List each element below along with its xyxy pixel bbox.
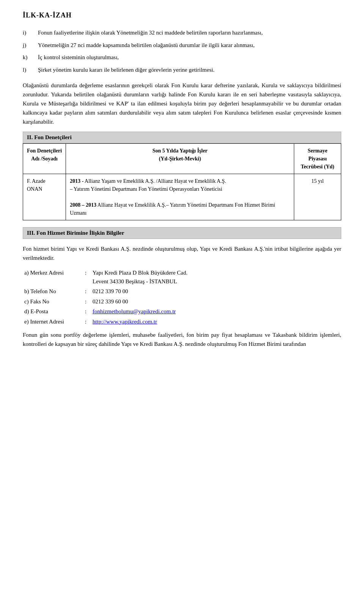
address-colon-d: : bbox=[83, 306, 91, 317]
col2-header: Son 5 Yılda Yaptığı İşler(Yıl-Şirket-Mev… bbox=[66, 144, 294, 174]
list-item-i: i) Fonun faaliyetlerine ilişkin olarak Y… bbox=[23, 28, 341, 37]
list-text-k: İç kontrol sisteminin oluşturulması, bbox=[38, 53, 119, 62]
address-row-b: b) Telefon No : 0212 339 70 00 bbox=[23, 286, 341, 297]
section2-header: II. Fon Denetçileri bbox=[23, 132, 341, 143]
list-label-l: l) bbox=[23, 66, 38, 74]
address-table: a) Merkez Adresi : Yapı Kredi Plaza D Bl… bbox=[23, 268, 341, 327]
address-label-a: a) Merkez Adresi bbox=[23, 268, 83, 286]
list-label-i: i) bbox=[23, 28, 38, 37]
list-text-j: Yönetmeliğin 27 nci madde kapsamında bel… bbox=[38, 41, 255, 50]
col1-header: Fon DenetçileriAdı /Soyadı bbox=[23, 144, 66, 174]
section3-header: III. Fon Hizmet Birimine İlişkin Bilgile… bbox=[23, 227, 341, 239]
list-label-k: k) bbox=[23, 53, 38, 62]
table-row: F. Azade ONAN 2013 - Allianz Yaşam ve Em… bbox=[23, 174, 341, 220]
list-text-i: Fonun faaliyetlerine ilişkin olarak Yöne… bbox=[38, 28, 263, 37]
auditor-jobs: 2013 - Allianz Yaşam ve Emeklilik A.Ş. /… bbox=[66, 174, 294, 220]
list-item-k: k) İç kontrol sisteminin oluşturulması, bbox=[23, 53, 341, 62]
table-header-row: Fon DenetçileriAdı /Soyadı Son 5 Yılda Y… bbox=[23, 144, 341, 174]
col3-header: Sermaye PiyasasıTecrübesi (Yıl) bbox=[294, 144, 341, 174]
list-text-l: Şirket yönetim kurulu kararı ile belirle… bbox=[38, 66, 215, 74]
list-item-j: j) Yönetmeliğin 27 nci madde kapsamında … bbox=[23, 41, 341, 50]
address-label-b: b) Telefon No bbox=[23, 286, 83, 297]
address-row-a: a) Merkez Adresi : Yapı Kredi Plaza D Bl… bbox=[23, 268, 341, 286]
section3-intro: Fon hizmet birimi Yapı ve Kredi Bankası … bbox=[23, 244, 341, 262]
website-link[interactable]: http://www.yapikredi.com.tr bbox=[93, 319, 157, 325]
page-title: İLK-KA-İZAH bbox=[23, 11, 341, 19]
address-value-b: 0212 339 70 00 bbox=[91, 286, 341, 297]
auditor-name: F. Azade ONAN bbox=[23, 174, 66, 220]
address-row-c: c) Faks No : 0212 339 60 00 bbox=[23, 297, 341, 307]
address-label-e: e) Internet Adresi bbox=[23, 317, 83, 327]
section2-table: Fon DenetçileriAdı /Soyadı Son 5 Yılda Y… bbox=[23, 143, 341, 220]
address-value-a: Yapı Kredi Plaza D Blok Büyükdere Cad. L… bbox=[91, 268, 341, 286]
address-value-e: http://www.yapikredi.com.tr bbox=[91, 317, 341, 327]
address-row-e: e) Internet Adresi : http://www.yapikred… bbox=[23, 317, 341, 327]
address-colon-e: : bbox=[83, 317, 91, 327]
address-value-c: 0212 339 60 00 bbox=[91, 297, 341, 307]
email-link[interactable]: fonhizmetbolumu@yapikredi.com.tr bbox=[93, 308, 176, 314]
address-label-c: c) Faks No bbox=[23, 297, 83, 307]
address-colon-a: : bbox=[83, 268, 91, 286]
list-label-j: j) bbox=[23, 41, 38, 50]
address-value-d: fonhizmetbolumu@yapikredi.com.tr bbox=[91, 306, 341, 317]
auditor-experience: 15 yıl bbox=[294, 174, 341, 220]
address-row-d: d) E-Posta : fonhizmetbolumu@yapikredi.c… bbox=[23, 306, 341, 317]
list-item-l: l) Şirket yönetim kurulu kararı ile beli… bbox=[23, 66, 341, 74]
paragraph-1: Olağanüstü durumlarda değerleme esasları… bbox=[23, 81, 341, 126]
intro-list: i) Fonun faaliyetlerine ilişkin olarak Y… bbox=[23, 28, 341, 74]
section3-closing: Fonun gün sonu portföy değerleme işlemle… bbox=[23, 330, 341, 349]
address-colon-c: : bbox=[83, 297, 91, 307]
address-colon-b: : bbox=[83, 286, 91, 297]
address-label-d: d) E-Posta bbox=[23, 306, 83, 317]
